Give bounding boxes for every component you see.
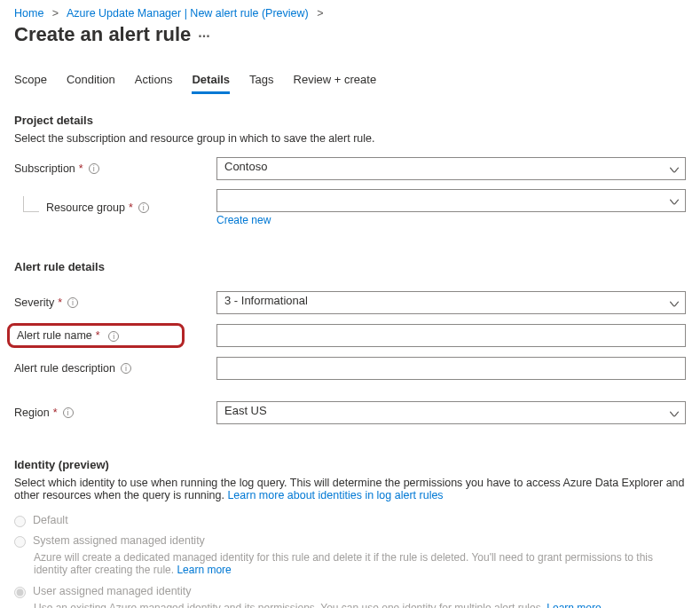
identity-radio-group: Default System assigned managed identity… xyxy=(14,514,686,608)
alert-rule-description-input[interactable] xyxy=(216,357,686,380)
tab-details[interactable]: Details xyxy=(192,73,230,94)
tab-tags[interactable]: Tags xyxy=(249,73,273,94)
tab-review-create[interactable]: Review + create xyxy=(294,73,377,94)
page-title: Create an alert rule··· xyxy=(14,23,686,46)
tabs: Scope Condition Actions Details Tags Rev… xyxy=(14,73,686,94)
resource-group-label: Resource group* i xyxy=(14,201,216,214)
breadcrumb-home[interactable]: Home xyxy=(14,7,43,20)
tab-condition[interactable]: Condition xyxy=(67,73,115,94)
create-new-link[interactable]: Create new xyxy=(216,214,271,226)
alert-rule-description-label: Alert rule description i xyxy=(14,362,216,375)
info-icon[interactable]: i xyxy=(108,331,119,342)
alert-rule-name-label: Alert rule name* i xyxy=(14,323,216,348)
identity-default-option[interactable]: Default xyxy=(14,514,686,527)
info-icon[interactable]: i xyxy=(89,163,99,174)
tab-actions[interactable]: Actions xyxy=(135,73,173,94)
chevron-right-icon: > xyxy=(311,7,328,20)
identity-user-option[interactable]: User assigned managed identity xyxy=(14,585,686,598)
identity-learn-more-link[interactable]: Learn more about identities in log alert… xyxy=(227,489,443,501)
system-learn-more-link[interactable]: Learn more xyxy=(177,564,231,576)
subscription-select[interactable]: Contoso xyxy=(216,157,686,180)
info-icon[interactable]: i xyxy=(63,407,74,418)
identity-system-sub: Azure will create a dedicated managed id… xyxy=(34,551,686,576)
info-icon[interactable]: i xyxy=(121,363,131,374)
identity-system-option[interactable]: System assigned managed identity xyxy=(14,534,686,548)
info-icon[interactable]: i xyxy=(67,297,78,308)
identity-desc: Select which identity to use when runnin… xyxy=(14,477,686,501)
severity-label: Severity* i xyxy=(14,296,216,309)
region-label: Region* i xyxy=(14,407,216,419)
chevron-right-icon: > xyxy=(47,7,64,20)
severity-select[interactable]: 3 - Informational xyxy=(216,291,686,314)
identity-heading: Identity (preview) xyxy=(14,458,686,471)
tab-scope[interactable]: Scope xyxy=(14,73,47,94)
breadcrumb: Home > Azure Update Manager | New alert … xyxy=(14,7,686,20)
subscription-label: Subscription* i xyxy=(14,162,216,175)
identity-user-sub: Use an existing Azure managed identity a… xyxy=(34,602,686,608)
region-select[interactable]: East US xyxy=(216,401,686,424)
project-details-desc: Select the subscription and resource gro… xyxy=(14,132,686,145)
alert-rule-name-input[interactable] xyxy=(216,324,686,347)
info-icon[interactable]: i xyxy=(138,202,149,213)
resource-group-select[interactable] xyxy=(216,189,686,212)
user-learn-more-link[interactable]: Learn more xyxy=(547,602,601,608)
more-icon[interactable]: ··· xyxy=(191,28,209,43)
alert-rule-details-heading: Alert rule details xyxy=(14,260,686,273)
breadcrumb-page[interactable]: Azure Update Manager | New alert rule (P… xyxy=(67,7,309,20)
project-details-heading: Project details xyxy=(14,114,686,127)
